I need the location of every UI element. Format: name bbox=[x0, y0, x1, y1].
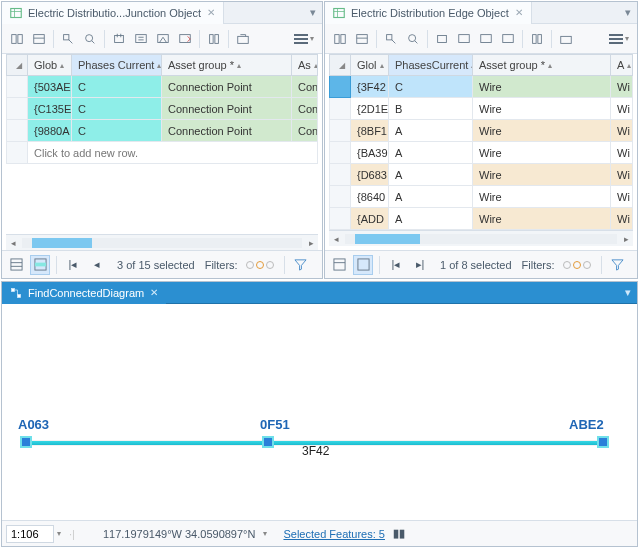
cell[interactable]: Wire bbox=[473, 142, 611, 164]
tool-3[interactable] bbox=[380, 28, 402, 50]
cell[interactable]: A bbox=[389, 164, 473, 186]
cell[interactable] bbox=[6, 98, 28, 120]
table-row[interactable]: {8BF1AWireWi bbox=[329, 120, 633, 142]
cell[interactable]: Wire bbox=[473, 208, 611, 230]
selected-features-label[interactable]: Selected Features: 5 bbox=[283, 528, 385, 540]
tool-3[interactable] bbox=[57, 28, 79, 50]
diagram-canvas[interactable]: A0630F51ABE23F42 bbox=[2, 304, 637, 520]
next-record-icon[interactable]: ▸| bbox=[410, 255, 430, 275]
cell[interactable]: Wi bbox=[611, 164, 633, 186]
cell[interactable]: Wi bbox=[611, 120, 633, 142]
column-header[interactable]: ◢ bbox=[6, 54, 28, 76]
table-row[interactable]: {BA39AWireWi bbox=[329, 142, 633, 164]
tool-8[interactable] bbox=[497, 28, 519, 50]
cell[interactable]: {3F42 bbox=[351, 76, 389, 98]
column-header[interactable]: Glol▴ bbox=[351, 54, 389, 76]
cell[interactable]: Wire bbox=[473, 76, 611, 98]
column-header[interactable]: Asset group *▴ bbox=[162, 54, 292, 76]
coords-caret[interactable]: ▾ bbox=[263, 529, 267, 538]
close-icon[interactable]: ✕ bbox=[515, 7, 523, 18]
tool-9[interactable] bbox=[526, 28, 548, 50]
cell[interactable]: C bbox=[389, 76, 473, 98]
table-row[interactable]: {2D1EBWireWi bbox=[329, 98, 633, 120]
cell[interactable] bbox=[329, 76, 351, 98]
scale-field[interactable]: ▾ bbox=[6, 525, 61, 543]
view-all-icon[interactable] bbox=[6, 255, 26, 275]
table-row[interactable]: {ADDAWireWi bbox=[329, 208, 633, 230]
cell[interactable]: Wi bbox=[611, 76, 633, 98]
diagram-tab[interactable]: FindConnectedDiagram ✕ bbox=[2, 282, 166, 304]
cell[interactable]: Wire bbox=[473, 98, 611, 120]
cell[interactable]: Wire bbox=[473, 120, 611, 142]
tool-7[interactable] bbox=[152, 28, 174, 50]
cell[interactable] bbox=[329, 142, 351, 164]
diagram-node[interactable] bbox=[262, 436, 274, 448]
tool-10[interactable] bbox=[555, 28, 577, 50]
prev-record-icon[interactable]: ◂ bbox=[87, 255, 107, 275]
cell[interactable]: Wi bbox=[611, 186, 633, 208]
cell[interactable] bbox=[329, 208, 351, 230]
new-row[interactable]: Click to add new row. bbox=[6, 142, 318, 164]
cell[interactable]: Wi bbox=[611, 208, 633, 230]
menu-button[interactable]: ▾ bbox=[290, 34, 318, 43]
cell[interactable]: A bbox=[389, 142, 473, 164]
tab-overflow-icon[interactable]: ▾ bbox=[619, 286, 637, 299]
first-record-icon[interactable]: |◂ bbox=[386, 255, 406, 275]
tab-overflow-icon[interactable]: ▾ bbox=[304, 6, 322, 19]
table-row[interactable]: {C135ECConnection PointCon bbox=[6, 98, 318, 120]
tool-2[interactable] bbox=[351, 28, 373, 50]
table-row[interactable]: {503AECConnection PointCon bbox=[6, 76, 318, 98]
cell[interactable]: {D683 bbox=[351, 164, 389, 186]
cell[interactable] bbox=[6, 120, 28, 142]
right-tab[interactable]: Electric Distribution Edge Object ✕ bbox=[325, 2, 532, 24]
cell[interactable] bbox=[329, 164, 351, 186]
cell[interactable]: Wire bbox=[473, 164, 611, 186]
cell[interactable]: Connection Point bbox=[162, 76, 292, 98]
cell[interactable] bbox=[6, 76, 28, 98]
cell[interactable]: Connection Point bbox=[162, 98, 292, 120]
view-all-icon[interactable] bbox=[329, 255, 349, 275]
cell[interactable] bbox=[329, 120, 351, 142]
tool-2[interactable] bbox=[28, 28, 50, 50]
tool-5[interactable] bbox=[108, 28, 130, 50]
table-row[interactable]: {8640AWireWi bbox=[329, 186, 633, 208]
view-selected-icon[interactable] bbox=[353, 255, 373, 275]
cell[interactable]: {BA39 bbox=[351, 142, 389, 164]
close-icon[interactable]: ✕ bbox=[207, 7, 215, 18]
filter-icon[interactable] bbox=[291, 255, 311, 275]
right-hscroll[interactable]: ◂▸ bbox=[329, 230, 633, 246]
column-header[interactable]: Glob▴ bbox=[28, 54, 72, 76]
cell[interactable]: C bbox=[72, 98, 162, 120]
cell[interactable]: {8BF1 bbox=[351, 120, 389, 142]
close-icon[interactable]: ✕ bbox=[150, 287, 158, 298]
column-header[interactable]: Phases Current▴ bbox=[72, 54, 162, 76]
table-row[interactable]: {D683AWireWi bbox=[329, 164, 633, 186]
cell[interactable] bbox=[329, 186, 351, 208]
tool-6[interactable] bbox=[453, 28, 475, 50]
cell[interactable]: Con bbox=[292, 76, 318, 98]
diagram-node[interactable] bbox=[597, 436, 609, 448]
filter-icon[interactable] bbox=[608, 255, 628, 275]
cell[interactable]: Wi bbox=[611, 142, 633, 164]
cell[interactable]: {2D1E bbox=[351, 98, 389, 120]
cell[interactable]: {503AE bbox=[28, 76, 72, 98]
cell[interactable]: {8640 bbox=[351, 186, 389, 208]
tool-10[interactable] bbox=[232, 28, 254, 50]
cell[interactable]: {C135E bbox=[28, 98, 72, 120]
tool-6[interactable] bbox=[130, 28, 152, 50]
column-header[interactable]: ◢ bbox=[329, 54, 351, 76]
tool-1[interactable] bbox=[6, 28, 28, 50]
tool-7[interactable] bbox=[475, 28, 497, 50]
cell[interactable]: Wi bbox=[611, 98, 633, 120]
tool-1[interactable] bbox=[329, 28, 351, 50]
table-row[interactable]: {3F42CWireWi bbox=[329, 76, 633, 98]
view-selected-icon[interactable] bbox=[30, 255, 50, 275]
table-row[interactable]: {9880ACConnection PointCon bbox=[6, 120, 318, 142]
tool-8[interactable] bbox=[174, 28, 196, 50]
cell[interactable]: {ADD bbox=[351, 208, 389, 230]
first-record-icon[interactable]: |◂ bbox=[63, 255, 83, 275]
cell[interactable]: C bbox=[72, 120, 162, 142]
left-tab[interactable]: Electric Distributio...Junction Object ✕ bbox=[2, 2, 224, 24]
diagram-node[interactable] bbox=[20, 436, 32, 448]
tab-overflow-icon[interactable]: ▾ bbox=[619, 6, 637, 19]
